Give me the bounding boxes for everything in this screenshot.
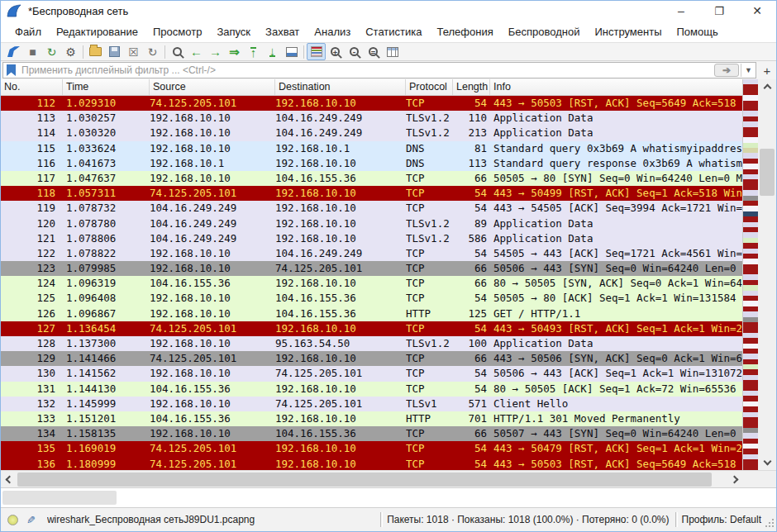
table-row[interactable]: 117 1.047637 192.168.10.10 104.16.155.36… bbox=[1, 171, 742, 186]
minimize-button[interactable]: – bbox=[662, 1, 700, 21]
menu-analyze[interactable]: Анализ bbox=[307, 22, 358, 41]
profile-label[interactable]: Профиль: Default bbox=[682, 514, 762, 525]
horizontal-scroll-thumb[interactable] bbox=[17, 473, 712, 487]
menu-telephony[interactable]: Телефония bbox=[429, 22, 500, 41]
menu-help[interactable]: Помощь bbox=[670, 22, 726, 41]
table-row[interactable]: 115 1.033624 192.168.10.10 192.168.10.1 … bbox=[1, 141, 742, 156]
table-row[interactable]: 114 1.030320 192.168.10.10 104.16.249.24… bbox=[1, 126, 742, 140]
first-packet-icon[interactable]: ↑ bbox=[244, 43, 263, 60]
menu-edit[interactable]: Редактирование bbox=[49, 22, 145, 41]
reload-file-icon[interactable]: ↻ bbox=[143, 43, 162, 60]
menu-go[interactable]: Запуск bbox=[209, 22, 258, 41]
previous-packet-icon[interactable]: ← bbox=[187, 43, 206, 60]
table-row[interactable]: 136 1.180999 74.125.205.101 192.168.10.1… bbox=[1, 457, 742, 471]
table-row[interactable]: 127 1.136454 74.125.205.101 192.168.10.1… bbox=[1, 321, 742, 336]
table-row[interactable]: 133 1.151201 104.16.155.36 192.168.10.10… bbox=[1, 411, 742, 426]
detail-pane-scroll-thumb[interactable] bbox=[2, 491, 117, 505]
cell-no: 115 bbox=[1, 141, 63, 156]
zoom-in-icon[interactable]: + bbox=[326, 43, 345, 60]
cell-source: 192.168.10.10 bbox=[150, 397, 275, 411]
zoom-out-icon[interactable]: - bbox=[345, 43, 364, 60]
cell-length: 81 bbox=[453, 141, 490, 156]
table-row[interactable]: 122 1.078822 192.168.10.10 104.16.249.24… bbox=[1, 246, 742, 261]
expert-info-icon[interactable] bbox=[7, 515, 18, 525]
packet-minimap-scrollbar[interactable] bbox=[742, 79, 758, 470]
col-header-no[interactable]: No. bbox=[1, 79, 63, 95]
cell-protocol: TLSv1.2 bbox=[406, 336, 453, 351]
table-row[interactable]: 123 1.079985 192.168.10.10 74.125.205.10… bbox=[1, 261, 742, 276]
table-row[interactable]: 113 1.030257 192.168.10.10 104.16.249.24… bbox=[1, 111, 742, 126]
table-row[interactable]: 125 1.096408 192.168.10.10 104.16.155.36… bbox=[1, 291, 742, 306]
colorize-packets-icon[interactable] bbox=[307, 43, 326, 60]
col-header-info[interactable]: Info bbox=[490, 79, 742, 95]
filter-dropdown-caret-icon[interactable]: ▼ bbox=[741, 64, 756, 77]
table-row[interactable]: 129 1.141466 74.125.205.101 192.168.10.1… bbox=[1, 351, 742, 366]
resize-grip[interactable] bbox=[765, 518, 775, 528]
maximize-button[interactable]: ❐ bbox=[700, 1, 738, 21]
title-bar: *Беспроводная сеть – ❐ ✕ bbox=[1, 1, 776, 21]
horizontal-scroll-track[interactable] bbox=[17, 471, 726, 488]
capture-comment-icon[interactable]: ✎ bbox=[26, 514, 36, 526]
goto-packet-icon[interactable]: ⇒ bbox=[225, 43, 244, 60]
status-bar: ✎ wireshark_Беспроводная сетьJ89DU1.pcap… bbox=[1, 508, 776, 531]
packet-counts: Пакеты: 1018 · Показаны: 1018 (100.0%) ·… bbox=[387, 514, 669, 525]
table-row[interactable]: 120 1.078780 104.16.249.249 192.168.10.1… bbox=[1, 216, 742, 231]
vertical-scroll-thumb[interactable] bbox=[760, 149, 775, 196]
menu-statistics[interactable]: Статистика bbox=[358, 22, 429, 41]
menu-view[interactable]: Просмотр bbox=[145, 22, 209, 41]
scroll-down-icon[interactable] bbox=[763, 458, 771, 466]
save-file-icon[interactable] bbox=[105, 43, 124, 60]
next-packet-icon[interactable]: → bbox=[206, 43, 225, 60]
table-row[interactable]: 134 1.158135 192.168.10.10 104.16.155.36… bbox=[1, 426, 742, 441]
col-header-time[interactable]: Time bbox=[63, 79, 150, 95]
scroll-right-button[interactable] bbox=[726, 471, 742, 488]
vertical-scrollbar[interactable] bbox=[758, 79, 776, 470]
table-row[interactable]: 121 1.078806 104.16.249.249 192.168.10.1… bbox=[1, 231, 742, 246]
filter-bookmark-icon[interactable] bbox=[7, 64, 16, 76]
cell-length: 54 bbox=[453, 441, 490, 456]
find-packet-icon[interactable] bbox=[168, 43, 187, 60]
table-row[interactable]: 124 1.096319 104.16.155.36 192.168.10.10… bbox=[1, 276, 742, 291]
table-row[interactable]: 112 1.029310 74.125.205.101 192.168.10.1… bbox=[1, 96, 742, 111]
restart-capture-icon[interactable]: ↻ bbox=[42, 43, 61, 60]
vertical-scroll-track[interactable] bbox=[758, 91, 776, 458]
horizontal-scrollbar[interactable] bbox=[1, 470, 776, 487]
wireshark-window: *Беспроводная сеть – ❐ ✕ Файл Редактиров… bbox=[0, 0, 777, 532]
auto-scroll-icon[interactable] bbox=[282, 43, 301, 60]
table-row[interactable]: 135 1.169019 74.125.205.101 192.168.10.1… bbox=[1, 441, 742, 456]
cell-source: 192.168.10.10 bbox=[150, 306, 275, 321]
menu-tools[interactable]: Инструменты bbox=[587, 22, 669, 41]
cell-source: 104.16.155.36 bbox=[150, 382, 275, 397]
open-file-icon[interactable] bbox=[86, 43, 105, 60]
cell-time: 1.096319 bbox=[63, 276, 150, 291]
table-row[interactable]: 130 1.141562 192.168.10.10 74.125.205.10… bbox=[1, 366, 742, 381]
display-filter-input[interactable] bbox=[20, 64, 714, 77]
menu-capture[interactable]: Захват bbox=[258, 22, 307, 41]
col-header-source[interactable]: Source bbox=[150, 79, 275, 95]
table-row[interactable]: 119 1.078732 104.16.249.249 192.168.10.1… bbox=[1, 201, 742, 216]
menu-file[interactable]: Файл bbox=[7, 22, 49, 41]
table-row[interactable]: 116 1.041673 192.168.10.1 192.168.10.10 … bbox=[1, 156, 742, 171]
last-packet-icon[interactable]: ↓ bbox=[263, 43, 282, 60]
col-header-protocol[interactable]: Protocol bbox=[406, 79, 453, 95]
stop-capture-icon[interactable]: ■ bbox=[23, 43, 42, 60]
close-button[interactable]: ✕ bbox=[738, 1, 776, 21]
col-header-length[interactable]: Length bbox=[453, 79, 490, 95]
table-row[interactable]: 128 1.137300 192.168.10.10 95.163.54.50 … bbox=[1, 336, 742, 351]
table-row[interactable]: 118 1.057311 74.125.205.101 192.168.10.1… bbox=[1, 186, 742, 201]
scroll-left-button[interactable] bbox=[1, 471, 17, 488]
cell-destination: 192.168.10.10 bbox=[275, 382, 406, 397]
table-row[interactable]: 126 1.096867 192.168.10.10 104.16.155.36… bbox=[1, 306, 742, 321]
cell-source: 104.16.249.249 bbox=[150, 216, 275, 231]
zoom-normal-icon[interactable]: = bbox=[364, 43, 383, 60]
add-filter-button[interactable]: + bbox=[760, 63, 775, 78]
start-capture-icon[interactable] bbox=[4, 43, 23, 60]
close-file-icon[interactable]: ☒ bbox=[124, 43, 143, 60]
col-header-destination[interactable]: Destination bbox=[275, 79, 406, 95]
table-row[interactable]: 131 1.144130 104.16.155.36 192.168.10.10… bbox=[1, 382, 742, 397]
capture-options-icon[interactable]: ⚙ bbox=[61, 43, 80, 60]
apply-filter-button[interactable]: ➔ bbox=[714, 64, 739, 77]
table-row[interactable]: 132 1.145999 192.168.10.10 74.125.205.10… bbox=[1, 397, 742, 411]
menu-wireless[interactable]: Беспроводной bbox=[501, 22, 588, 41]
resize-columns-icon[interactable] bbox=[383, 43, 402, 60]
